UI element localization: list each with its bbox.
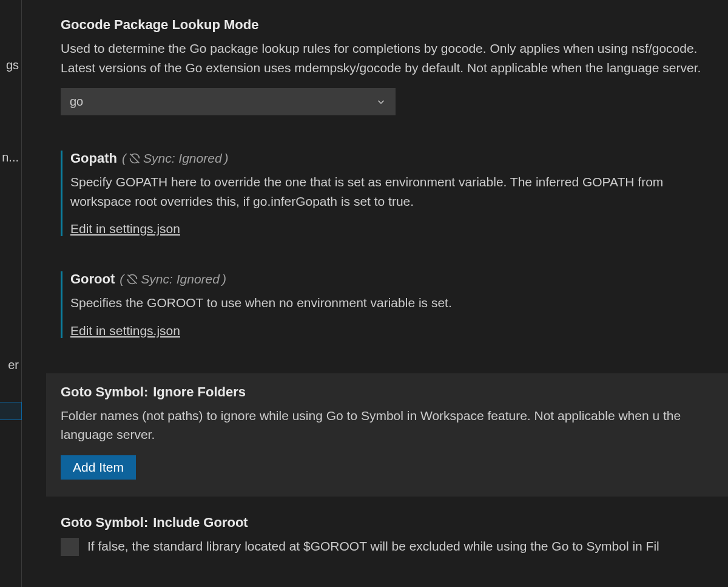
- setting-title-prefix: Goto Symbol:: [61, 384, 148, 400]
- settings-sidebar: gs n... er: [0, 0, 22, 587]
- sidebar-selected-item[interactable]: [0, 402, 22, 420]
- setting-description: If false, the standard library located a…: [87, 537, 659, 556]
- sync-off-icon: [126, 273, 138, 285]
- setting-description: Folder names (not paths) to ignore while…: [61, 406, 728, 444]
- dropdown-value: go: [70, 95, 83, 109]
- chevron-down-icon: [376, 97, 386, 107]
- setting-description: Specifies the GOROOT to use when no envi…: [70, 293, 728, 313]
- setting-gopath: Gopath ( Sync: Ignored) Specify GOPATH h…: [61, 151, 728, 236]
- sync-ignored-badge: ( Sync: Ignored): [120, 272, 226, 287]
- setting-description: Specify GOPATH here to override the one …: [70, 172, 728, 211]
- setting-gocode-package-lookup-mode: Gocode Package Lookup Mode Used to deter…: [61, 17, 728, 115]
- sidebar-text-fragment: er: [8, 358, 19, 372]
- settings-content: Gocode Package Lookup Mode Used to deter…: [22, 0, 728, 587]
- setting-description: Used to determine the Go package lookup …: [61, 39, 728, 77]
- gocode-lookup-mode-dropdown[interactable]: go: [61, 88, 396, 115]
- setting-title-suffix: Ignore Folders: [153, 384, 246, 400]
- setting-goto-symbol-ignore-folders: Goto Symbol: Ignore Folders Folder names…: [46, 373, 728, 497]
- setting-title: Gopath: [70, 151, 117, 166]
- setting-title-suffix: Include Goroot: [153, 515, 248, 531]
- setting-title: Gocode Package Lookup Mode: [61, 17, 258, 33]
- sidebar-text-fragment: gs: [6, 58, 19, 72]
- setting-goroot: Goroot ( Sync: Ignored) Specifies the GO…: [61, 271, 728, 338]
- sync-ignored-badge: ( Sync: Ignored): [122, 151, 229, 166]
- include-goroot-checkbox[interactable]: [61, 538, 79, 556]
- edit-in-settings-json-link[interactable]: Edit in settings.json: [70, 324, 180, 338]
- setting-title: Goroot: [70, 271, 115, 287]
- setting-goto-symbol-include-goroot: Goto Symbol: Include Goroot If false, th…: [61, 515, 728, 556]
- setting-title-prefix: Goto Symbol:: [61, 515, 148, 531]
- sync-off-icon: [129, 152, 141, 165]
- sidebar-text-fragment: n...: [2, 151, 19, 165]
- edit-in-settings-json-link[interactable]: Edit in settings.json: [70, 222, 180, 236]
- add-item-button[interactable]: Add Item: [61, 455, 136, 480]
